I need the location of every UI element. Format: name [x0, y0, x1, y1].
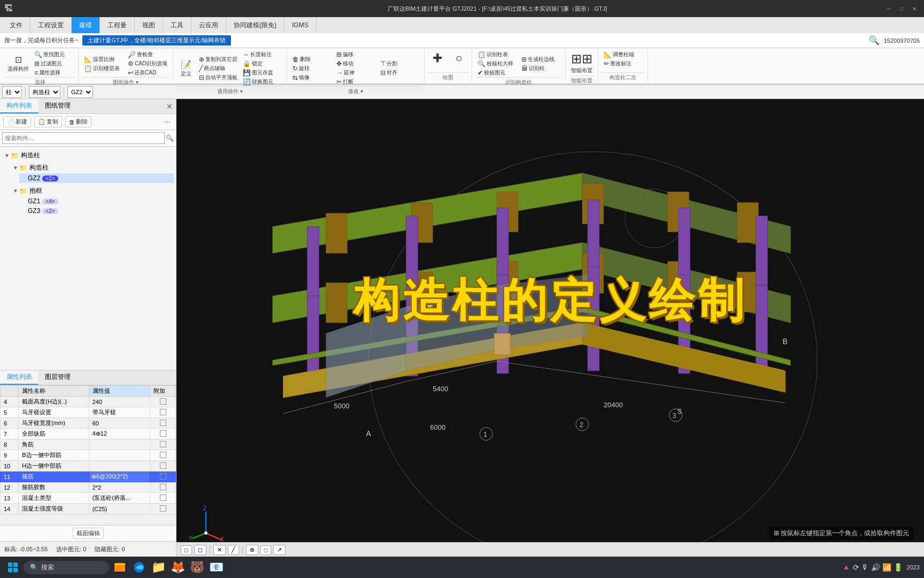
btn-check-col-detail[interactable]: 🔍校核柱大样	[475, 59, 518, 68]
taskbar-firefox[interactable]: 🦊	[169, 559, 186, 576]
tree-node-structural-col-root[interactable]: ▼ 📁 构造柱	[2, 150, 174, 161]
row-value-7[interactable]: 4⊕12	[89, 429, 150, 439]
btn-align[interactable]: ⊟对齐	[378, 69, 421, 77]
tab-component-list[interactable]: 构件列表	[0, 99, 38, 113]
tray-icon-wifi[interactable]: 📶	[882, 563, 891, 572]
vp-btn-cross[interactable]: ✕	[213, 545, 226, 555]
tray-icon-2[interactable]: ⟳	[853, 563, 859, 572]
tray-icon-3[interactable]: 🎙	[861, 563, 869, 572]
btn-filter-element[interactable]: ⊞过滤图元	[32, 59, 75, 68]
row-attach-4[interactable]	[150, 397, 176, 407]
tree-node-gz1[interactable]: GZ1 <4>	[19, 196, 174, 206]
tree-node-gz3[interactable]: GZ3 <2>	[19, 206, 174, 216]
btn-draw-circle[interactable]: ○	[449, 50, 468, 67]
btn-copy[interactable]: 📋复制	[34, 116, 62, 127]
tree-row-structural-col-sub[interactable]: ▼ 📁 构造柱	[11, 162, 174, 173]
btn-lock[interactable]: 🔒锁定	[241, 59, 283, 68]
row-attach-10[interactable]	[150, 461, 176, 471]
row-value-5[interactable]: 带马牙槎	[89, 407, 150, 418]
vp-btn-rect[interactable]: □	[181, 545, 192, 555]
tray-icon-4[interactable]: 🔊	[871, 563, 880, 572]
btn-delete[interactable]: 🗑删除	[290, 55, 333, 64]
tab-build[interactable]: 建模	[72, 17, 100, 33]
taskbar-edge[interactable]	[130, 559, 148, 576]
btn-two-point-axis[interactable]: ╱两点辅轴	[197, 64, 240, 73]
btn-define[interactable]: 📝定义	[176, 58, 196, 79]
vp-btn-plus[interactable]: ⊕	[246, 545, 258, 555]
checkbox-8[interactable]	[160, 441, 166, 447]
btn-move[interactable]: ✥移动	[334, 59, 377, 68]
btn-mirror[interactable]: ⇆镜像	[290, 73, 333, 82]
checkbox-14[interactable]	[160, 505, 166, 512]
tab-project-settings[interactable]: 工程设置	[30, 17, 72, 33]
checkbox-9[interactable]	[160, 452, 166, 458]
tab-igms[interactable]: IGMS	[284, 17, 317, 33]
tab-cloud[interactable]: 云应用	[191, 17, 226, 33]
btn-auto-align[interactable]: ⊟自动平齐顶板	[197, 73, 240, 82]
checkbox-4[interactable]	[160, 398, 166, 405]
btn-attr-select[interactable]: ≡属性选择	[32, 69, 75, 77]
btn-store-element[interactable]: 💾图元存盘	[241, 69, 283, 77]
toolbar-element-selector[interactable]: GZ2	[67, 86, 93, 98]
vp-btn-square[interactable]: ◻	[194, 545, 206, 555]
row-value-13[interactable]: (泵送砼(坍落...	[89, 493, 150, 504]
taskbar-search[interactable]: 🔍 搜索	[24, 561, 109, 574]
btn-check-mark[interactable]: ✏查改标注	[602, 59, 644, 68]
row-value-9[interactable]	[89, 450, 150, 461]
vp-btn-arrow[interactable]: ↗	[273, 545, 286, 555]
row-value-6[interactable]: 60	[89, 418, 150, 429]
row-attach-7[interactable]	[150, 429, 176, 439]
checkbox-11[interactable]	[160, 473, 166, 480]
btn-convert-element[interactable]: 🔄转换图元	[241, 78, 283, 86]
tab-attributes-list[interactable]: 属性列表	[0, 370, 38, 385]
btn-cad-options[interactable]: ⚙CAD识别选项	[126, 59, 170, 68]
start-button[interactable]	[4, 559, 21, 576]
checkbox-6[interactable]	[160, 420, 166, 426]
tab-tools[interactable]: 工具	[163, 17, 191, 33]
btn-delete-component[interactable]: 🗑删除	[65, 116, 91, 127]
task-clock[interactable]: 2023	[907, 564, 920, 571]
toolbar-subtype-selector[interactable]: 构造柱	[29, 86, 60, 98]
tree-row-baokung[interactable]: ▼ 📁 抱框	[11, 185, 174, 196]
row-attach-12[interactable]	[150, 482, 176, 493]
row-value-4[interactable]: 240	[89, 397, 150, 407]
btn-offset[interactable]: ⊞偏移	[334, 50, 377, 59]
btn-break[interactable]: ✂打断	[334, 78, 377, 86]
row-value-11[interactable]: ⊕6@200(2*2)	[89, 471, 150, 482]
tab-collab[interactable]: 协同建模(限免)	[226, 17, 284, 33]
row-value-12[interactable]: 2*2	[89, 482, 150, 493]
vp-btn-box[interactable]: □	[260, 545, 272, 555]
checkbox-7[interactable]	[160, 430, 166, 437]
tab-engineering[interactable]: 工程量	[100, 17, 135, 33]
row-attach-6[interactable]	[150, 418, 176, 429]
btn-select-component[interactable]: ⊡选择构件	[5, 54, 31, 74]
btn-split[interactable]: ⊤分割	[378, 59, 421, 68]
btn-rotate[interactable]: ↻旋转	[290, 64, 333, 73]
row-attach-9[interactable]	[150, 450, 176, 461]
taskbar-files[interactable]: 📁	[150, 559, 167, 576]
btn-new[interactable]: 📄新建	[3, 116, 31, 127]
btn-identify-floor-table[interactable]: 📋识别楼层表	[82, 64, 125, 73]
row-attach-8[interactable]	[150, 439, 176, 450]
toggle-sub[interactable]: ▼	[13, 165, 19, 171]
maximize-button[interactable]: □	[896, 3, 907, 14]
row-attach-14[interactable]	[150, 504, 176, 514]
tab-file[interactable]: 文件	[2, 17, 30, 33]
tree-node-gz2[interactable]: GZ2 <2>	[19, 173, 174, 183]
taskbar-app1[interactable]: 🐻	[188, 559, 205, 576]
btn-extend[interactable]: →延伸	[334, 69, 377, 77]
close-button[interactable]: ✕	[909, 3, 920, 14]
row-value-14[interactable]: (C25)	[89, 504, 150, 514]
search-input[interactable]	[2, 132, 165, 144]
row-attach-11[interactable]	[150, 471, 176, 482]
viewport[interactable]: 5000 5400 20400 6000 1 2 3 A B D S	[176, 99, 924, 557]
btn-adjust-end[interactable]: 📐调整柱端	[602, 50, 644, 59]
btn-gen-col-edge[interactable]: ⊞生成柱边线	[519, 55, 562, 64]
checkbox-12[interactable]	[160, 484, 166, 490]
btn-inspect[interactable]: 🔎查检查	[126, 50, 170, 59]
btn-draw-plus[interactable]: ✚	[428, 50, 447, 67]
btn-find-element[interactable]: 🔍查找图元	[32, 50, 75, 59]
vp-btn-diagonal[interactable]: ╱	[228, 545, 239, 555]
row-value-10[interactable]	[89, 461, 150, 471]
btn-smart-layout[interactable]: ⊞⊞智能布置	[569, 50, 595, 75]
